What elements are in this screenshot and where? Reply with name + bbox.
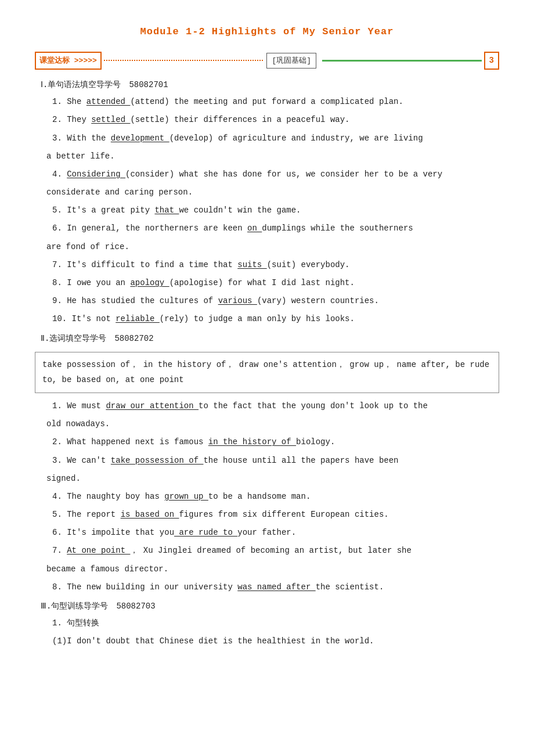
s2-item1-num: 1. We must bbox=[52, 401, 106, 411]
s2-item7-after: ， Xu Jinglei dreamed of becoming an arti… bbox=[130, 546, 411, 555]
s3-sub1-item-text: (1)I don't doubt that Chinese diet is th… bbox=[52, 636, 374, 646]
header-dotted-line bbox=[104, 60, 264, 61]
s1-item3-blank: development bbox=[111, 134, 169, 143]
s2-item4: 4. The naughty boy has grown up to be a … bbox=[35, 489, 499, 504]
s2-item5-after: figures from six different European citi… bbox=[179, 510, 388, 519]
s1-item2-after: (settle) their differences in a peaceful… bbox=[130, 115, 349, 124]
s2-item7-cont: became a famous director. bbox=[35, 562, 499, 577]
s1-item10: 10. It's not reliable (rely) to judge a … bbox=[35, 312, 499, 326]
s1-item4-num: 4. bbox=[52, 170, 67, 179]
s2-item3-blank: take possession of bbox=[111, 456, 204, 465]
s1-item7-blank: suits bbox=[237, 260, 266, 269]
s1-item6-blank: on bbox=[247, 224, 262, 233]
s1-item2-blank: settled bbox=[91, 115, 130, 124]
section1-title: Ⅰ.单句语法填空导学号 58082701 bbox=[35, 78, 499, 92]
s1-item1-num: 1. She bbox=[52, 97, 86, 106]
s2-item3: 3. We can't take possession of the house… bbox=[35, 453, 499, 468]
s1-item9-after: (vary) western countries. bbox=[257, 296, 379, 305]
header-green-line bbox=[322, 60, 482, 62]
s1-item3: 3. With the development (develop) of agr… bbox=[35, 131, 499, 146]
s2-item7-num: 7. bbox=[52, 546, 67, 555]
page-title: Module 1-2 Highlights of My Senior Year bbox=[35, 23, 499, 41]
s1-item10-num: 10. It's not bbox=[52, 314, 116, 323]
s1-item1-blank: attended bbox=[86, 97, 131, 106]
s2-item3-after: the house until all the papers have been bbox=[203, 456, 398, 465]
s1-item6: 6. In general, the northerners are keen … bbox=[35, 221, 499, 236]
s1-item4-blank: Considering bbox=[67, 170, 125, 179]
s2-item2-num: 2. What happened next is famous bbox=[52, 437, 208, 447]
s1-item10-blank: reliable bbox=[116, 314, 160, 323]
s2-item5: 5. The report is based on figures from s… bbox=[35, 507, 499, 522]
s1-item9: 9. He has studied the cultures of variou… bbox=[35, 294, 499, 308]
s1-item8-after: (apologise) for what I did last night. bbox=[169, 278, 355, 287]
s1-item8: 8. I owe you an apology (apologise) for … bbox=[35, 276, 499, 290]
s1-item3-cont: a better life. bbox=[35, 149, 499, 164]
s2-item5-num: 5. The report bbox=[52, 510, 121, 519]
s1-item3-num: 3. With the bbox=[52, 134, 111, 143]
s1-item5-blank: that bbox=[154, 206, 179, 215]
s1-item7: 7. It's difficult to find a time that su… bbox=[35, 258, 499, 272]
s1-item9-num: 9. He has studied the cultures of bbox=[52, 296, 218, 305]
s1-item2: 2. They settled (settle) their differenc… bbox=[35, 113, 499, 127]
section2-guide: 导学号 58082702 bbox=[82, 334, 153, 343]
s1-item1: 1. She attended (attend) the meeting and… bbox=[35, 95, 499, 109]
s1-item5: 5. It's a great pity that we couldn't wi… bbox=[35, 203, 499, 218]
s2-item3-cont: signed. bbox=[35, 471, 499, 486]
s2-item6-num: 6. It's impolite that you bbox=[52, 528, 174, 537]
section3-roman: Ⅲ.句型训练 bbox=[41, 602, 84, 611]
header-mid-label: [巩固基础] bbox=[266, 53, 316, 69]
section-label: 课堂达标 >>>>> bbox=[35, 52, 102, 70]
s2-item6: 6. It's impolite that you are rude to yo… bbox=[35, 525, 499, 540]
section1-guide: 导学号 58082701 bbox=[96, 80, 168, 89]
s2-item8-blank: was named after bbox=[237, 582, 315, 592]
section2-roman: Ⅱ.选词填空 bbox=[41, 334, 82, 343]
s2-item7: 7. At one point ， Xu Jinglei dreamed of … bbox=[35, 543, 499, 558]
s2-item1-after: to the fact that the young don't look up… bbox=[199, 401, 428, 411]
s2-item1-cont: old nowadays. bbox=[35, 417, 499, 431]
s2-item3-num: 3. We can't bbox=[52, 456, 111, 465]
s2-item1: 1. We must draw our attention to the fac… bbox=[35, 399, 499, 413]
s2-item4-after: to be a handsome man. bbox=[208, 492, 311, 501]
s2-item2-after: biology. bbox=[296, 437, 335, 447]
section1-roman: Ⅰ.单句语法填空 bbox=[41, 80, 96, 89]
s3-sub1-item: (1)I don't doubt that Chinese diet is th… bbox=[35, 634, 499, 649]
section3-guide: 导学号 58082703 bbox=[84, 602, 155, 611]
s1-item8-blank: apology bbox=[130, 278, 169, 287]
s2-item8-num: 8. The new building in our university bbox=[52, 582, 237, 592]
section2-title: Ⅱ.选词填空导学号 58082702 bbox=[35, 332, 499, 346]
s3-sub1-title: 1. 句型转换 bbox=[52, 618, 99, 628]
s2-item8: 8. The new building in our university wa… bbox=[35, 580, 499, 595]
s1-item8-num: 8. I owe you an bbox=[52, 278, 130, 287]
s2-item8-after: the scientist. bbox=[316, 582, 384, 592]
s2-item7-blank: At one point bbox=[67, 546, 130, 555]
s1-item6-cont: are fond of rice. bbox=[35, 240, 499, 254]
s1-item4-after: (consider) what she has done for us, we … bbox=[125, 170, 442, 179]
s1-item2-num: 2. They bbox=[52, 115, 91, 124]
s2-item2-blank: in the history of bbox=[208, 437, 296, 447]
s1-item6-num: 6. In general, the northerners are keen bbox=[52, 224, 247, 233]
s1-item5-num: 5. It's a great pity bbox=[52, 206, 154, 215]
s1-item5-after: we couldn't win the game. bbox=[179, 206, 301, 215]
s1-item7-after: (suit) everybody. bbox=[267, 260, 350, 269]
s1-item10-after: (rely) to judge a man only by his looks. bbox=[160, 314, 355, 323]
s2-item4-num: 4. The naughty boy has bbox=[52, 492, 164, 501]
s2-item6-after: your father. bbox=[237, 528, 296, 537]
vocab-text: take possession of， in the history of， d… bbox=[42, 360, 489, 385]
s1-item9-blank: various bbox=[218, 296, 257, 305]
s1-item3-after: (develop) of agriculture and industry, w… bbox=[169, 134, 423, 143]
s1-item4-cont: considerate and caring person. bbox=[35, 185, 499, 200]
header-num: 3 bbox=[484, 52, 499, 70]
section3-title: Ⅲ.句型训练导学号 58082703 bbox=[35, 599, 499, 614]
s1-item6-after: dumplings while the southerners bbox=[262, 224, 413, 233]
s2-item5-blank: is based on bbox=[121, 510, 179, 519]
s2-item1-blank: draw our attention bbox=[106, 401, 199, 411]
vocab-box: take possession of， in the history of， d… bbox=[35, 352, 499, 393]
s3-sub1-label: 1. 句型转换 bbox=[35, 616, 499, 631]
s1-item7-num: 7. It's difficult to find a time that bbox=[52, 260, 237, 269]
s1-item4: 4. Considering (consider) what she has d… bbox=[35, 167, 499, 182]
s2-item4-blank: grown up bbox=[164, 492, 208, 501]
s2-item6-blank: are rude to bbox=[174, 528, 237, 537]
section-header: 课堂达标 >>>>> [巩固基础] 3 bbox=[35, 52, 499, 70]
s1-item1-after: (attend) the meeting and put forward a c… bbox=[130, 97, 403, 106]
s2-item2: 2. What happened next is famous in the h… bbox=[35, 435, 499, 449]
